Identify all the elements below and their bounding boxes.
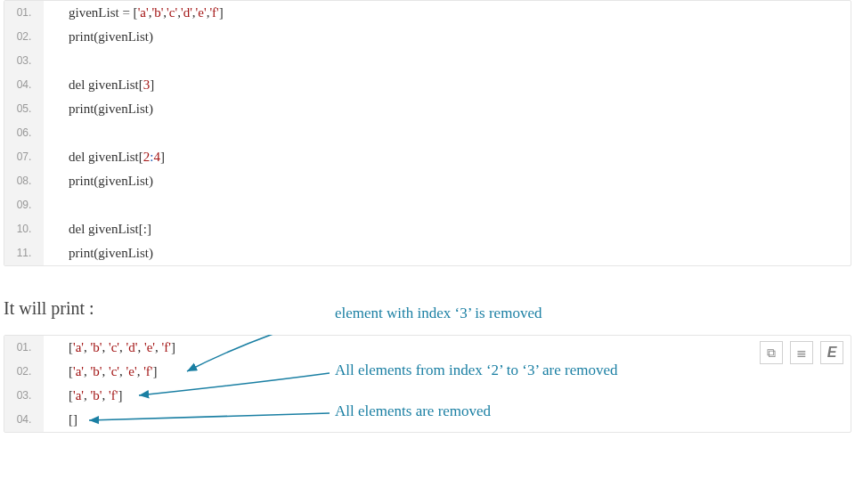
code1-line: 11.print(givenList) xyxy=(4,241,851,265)
code2-line: 03.['a', 'b', 'f'] xyxy=(4,384,851,408)
line-content: del givenList[2:4] xyxy=(44,145,165,169)
line-number: 09. xyxy=(4,193,44,217)
line-content: ['a', 'b', 'c', 'd', 'e', 'f'] xyxy=(44,336,175,360)
code-block-1: 01.givenList = ['a','b','c','d','e','f']… xyxy=(4,0,851,266)
line-content: print(givenList) xyxy=(44,25,153,49)
code1-line: 05.print(givenList) xyxy=(4,97,851,121)
code1-line: 02.print(givenList) xyxy=(4,25,851,49)
line-number: 10. xyxy=(4,217,44,241)
output-block-wrapper: ⧉ ≣ E 01.['a', 'b', 'c', 'd', 'e', 'f']0… xyxy=(0,335,855,433)
line-number: 03. xyxy=(4,49,44,73)
line-content: ['a', 'b', 'f'] xyxy=(44,384,122,408)
line-content: del givenList[3] xyxy=(44,73,154,97)
code1-line: 10.del givenList[:] xyxy=(4,217,851,241)
code1-line: 07.del givenList[2:4] xyxy=(4,145,851,169)
line-number: 02. xyxy=(4,25,44,49)
line-number: 01. xyxy=(4,336,44,360)
line-number: 04. xyxy=(4,73,44,97)
code2-line: 01.['a', 'b', 'c', 'd', 'e', 'f'] xyxy=(4,336,851,360)
line-content: print(givenList) xyxy=(44,241,153,265)
edit-button[interactable]: E xyxy=(820,341,843,364)
code1-line: 01.givenList = ['a','b','c','d','e','f'] xyxy=(4,1,851,25)
output-heading: It will print : xyxy=(4,298,855,319)
line-number: 03. xyxy=(4,384,44,408)
line-number: 11. xyxy=(4,241,44,265)
line-number: 02. xyxy=(4,360,44,384)
code1-line: 03. xyxy=(4,49,851,73)
view-source-button[interactable]: ⧉ xyxy=(760,341,783,364)
line-number: 07. xyxy=(4,145,44,169)
code1-line: 06. xyxy=(4,121,851,145)
code1-line: 08.print(givenList) xyxy=(4,169,851,193)
code-block-2: ⧉ ≣ E 01.['a', 'b', 'c', 'd', 'e', 'f']0… xyxy=(4,335,851,433)
line-content: print(givenList) xyxy=(44,169,153,193)
line-number: 05. xyxy=(4,97,44,121)
code-toolbar: ⧉ ≣ E xyxy=(760,341,843,364)
line-number: 04. xyxy=(4,408,44,432)
code1-line: 09. xyxy=(4,193,851,217)
code1-line: 04.del givenList[3] xyxy=(4,73,851,97)
line-content: givenList = ['a','b','c','d','e','f'] xyxy=(44,1,224,25)
line-number: 08. xyxy=(4,169,44,193)
copy-button[interactable]: ≣ xyxy=(790,341,813,364)
code2-line: 04.[] xyxy=(4,408,851,432)
line-content: [] xyxy=(44,408,77,432)
code2-line: 02.['a', 'b', 'c', 'e', 'f'] xyxy=(4,360,851,384)
line-content: ['a', 'b', 'c', 'e', 'f'] xyxy=(44,360,158,384)
line-number: 06. xyxy=(4,121,44,145)
line-number: 01. xyxy=(4,1,44,25)
line-content: del givenList[:] xyxy=(44,217,151,241)
line-content: print(givenList) xyxy=(44,97,153,121)
